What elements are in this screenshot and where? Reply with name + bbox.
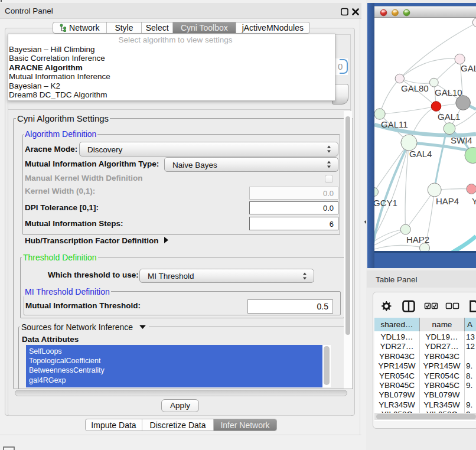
svg-text:SWI4: SWI4 <box>451 135 472 145</box>
svg-text:HAP4: HAP4 <box>436 196 459 206</box>
svg-text:GAL80: GAL80 <box>401 83 429 93</box>
svg-text:GAL: GAL <box>461 63 476 73</box>
svg-text:Y: Y <box>472 196 476 206</box>
svg-text:GAL1: GAL1 <box>438 112 460 122</box>
svg-text:HAP2: HAP2 <box>406 234 429 244</box>
svg-text:GAL10: GAL10 <box>435 87 462 97</box>
svg-text:GCY1: GCY1 <box>374 198 397 208</box>
svg-text:GAL4: GAL4 <box>409 149 432 159</box>
svg-text:GAL11: GAL11 <box>381 119 408 129</box>
